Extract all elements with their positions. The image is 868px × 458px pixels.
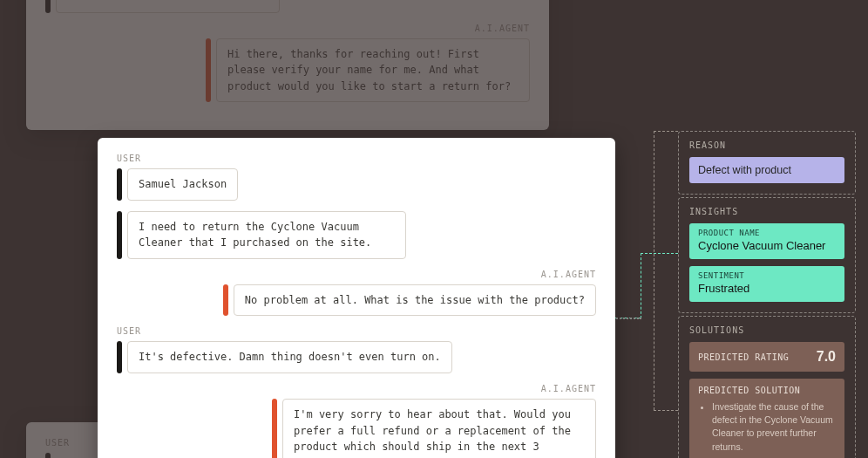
dash-gray-h-top <box>654 131 678 132</box>
reason-label: REASON <box>689 140 844 150</box>
user-accent-bar <box>117 341 122 373</box>
user-message-bubble-1: I need to return the Cyclone Vacuum Clea… <box>127 211 406 259</box>
user-message-bubble-2: It's defective. Damn thing doesn't even … <box>127 341 452 373</box>
agent-message-row-1: No problem at all. What is the issue wit… <box>117 284 596 317</box>
user-name-bubble: Samuel Jackson <box>127 168 238 201</box>
user-name-row: Samuel Jackson <box>117 168 596 201</box>
dash-connector-v1 <box>641 253 641 318</box>
predicted-solution-label: PREDICTED SOLUTION <box>698 386 836 395</box>
agent-accent-bar <box>223 284 228 317</box>
product-name-label: PRODUCT NAME <box>698 229 836 237</box>
agent-speaker-label: A.I.AGENT <box>117 384 596 393</box>
user-accent-bar <box>117 211 122 259</box>
user-speaker-label: USER <box>117 154 596 163</box>
predicted-rating-pill: PREDICTED RATING 7.0 <box>689 342 844 372</box>
reason-panel: REASON Defect with product <box>678 131 856 195</box>
solutions-label: SOLUTIONS <box>689 325 844 335</box>
reason-value: Defect with product <box>689 157 844 183</box>
agent-message-row: Hi there, thanks for reaching out! First… <box>45 38 530 103</box>
user-speaker-label: USER <box>117 326 596 336</box>
insights-panel: INSIGHTS PRODUCT NAME Cyclone Vacuum Cle… <box>678 197 856 313</box>
agent-speaker-label: A.I.AGENT <box>45 24 530 33</box>
product-name-value: Cyclone Vacuum Cleaner <box>698 239 836 252</box>
user-accent-bar <box>45 0 51 13</box>
sentiment-value: Frustrated <box>698 282 836 295</box>
solutions-panel: SOLUTIONS PREDICTED RATING 7.0 PREDICTED… <box>678 316 856 458</box>
agent-accent-bar <box>272 399 277 458</box>
dash-gray-v <box>654 131 654 410</box>
predicted-solution-box: PREDICTED SOLUTION Investigate the cause… <box>689 379 844 458</box>
solution-list: Investigate the cause of the defect in t… <box>698 400 836 458</box>
agent-message-bubble-1: No problem at all. What is the issue wit… <box>234 284 596 317</box>
agent-speaker-label: A.I.AGENT <box>117 270 596 279</box>
user-message-row: I need to initiate a return ASAP <box>45 0 530 13</box>
predicted-rating-value: 7.0 <box>817 349 836 365</box>
user-accent-bar <box>45 453 51 458</box>
agent-accent-bar <box>206 38 211 103</box>
dash-connector-h2 <box>641 253 678 254</box>
chat-card-active: USER Samuel Jackson I need to return the… <box>98 138 615 458</box>
insights-label: INSIGHTS <box>689 207 844 216</box>
insight-product: PRODUCT NAME Cyclone Vacuum Cleaner <box>689 223 844 259</box>
predicted-rating-label: PREDICTED RATING <box>698 352 789 362</box>
agent-message-row-2: I'm very sorry to hear about that. Would… <box>117 399 596 458</box>
insight-sentiment: SENTIMENT Frustrated <box>689 266 844 302</box>
agent-message-bubble-2: I'm very sorry to hear about that. Would… <box>282 399 596 458</box>
agent-message-bubble: Hi there, thanks for reaching out! First… <box>216 38 530 103</box>
user-message-bubble: I need to initiate a return ASAP <box>56 0 280 13</box>
solution-item: Investigate the cause of the defect in t… <box>712 400 836 454</box>
user-message-row-1: I need to return the Cyclone Vacuum Clea… <box>117 211 596 259</box>
chat-card-previous: I need to initiate a return ASAP A.I.AGE… <box>26 0 549 130</box>
user-message-row-2: It's defective. Damn thing doesn't even … <box>117 341 596 373</box>
user-accent-bar <box>117 168 122 201</box>
sentiment-label: SENTIMENT <box>698 271 836 280</box>
dash-gray-h-bottom <box>654 410 678 411</box>
